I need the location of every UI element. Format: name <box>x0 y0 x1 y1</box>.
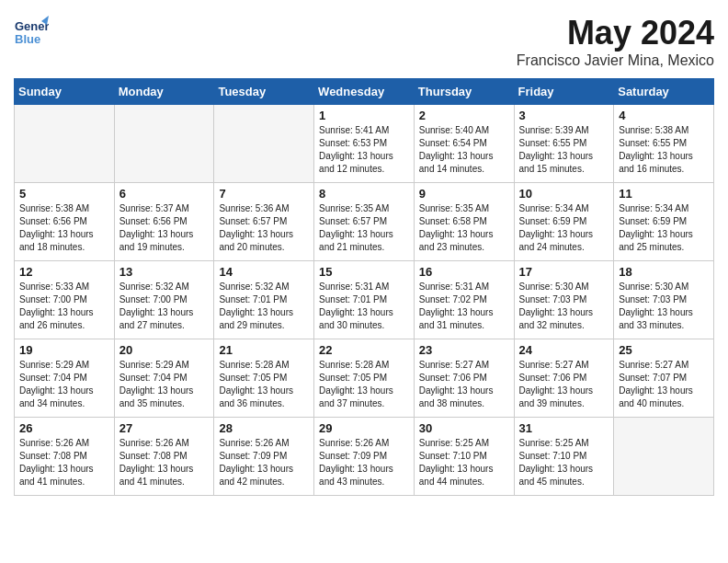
day-number: 15 <box>319 265 409 279</box>
calendar-cell: 4Sunrise: 5:38 AM Sunset: 6:55 PM Daylig… <box>614 105 714 183</box>
cell-info: Sunrise: 5:34 AM Sunset: 6:59 PM Dayligh… <box>519 202 609 254</box>
cell-info: Sunrise: 5:31 AM Sunset: 7:02 PM Dayligh… <box>419 281 509 332</box>
cell-info: Sunrise: 5:33 AM Sunset: 7:00 PM Dayligh… <box>19 281 109 332</box>
calendar-cell: 10Sunrise: 5:34 AM Sunset: 6:59 PM Dayli… <box>514 183 614 261</box>
day-number: 8 <box>319 187 409 201</box>
calendar-cell: 30Sunrise: 5:25 AM Sunset: 7:10 PM Dayli… <box>414 418 514 496</box>
day-number: 11 <box>619 187 709 201</box>
day-number: 3 <box>519 109 609 122</box>
cell-info: Sunrise: 5:26 AM Sunset: 7:09 PM Dayligh… <box>319 437 409 488</box>
calendar-week-row: 26Sunrise: 5:26 AM Sunset: 7:08 PM Dayli… <box>15 418 714 496</box>
day-header-friday: Friday <box>514 79 614 105</box>
svg-text:Blue: Blue <box>15 32 40 46</box>
calendar-cell: 16Sunrise: 5:31 AM Sunset: 7:02 PM Dayli… <box>414 261 514 339</box>
day-number: 1 <box>319 109 409 122</box>
day-number: 7 <box>219 187 309 201</box>
day-number: 13 <box>119 265 210 279</box>
day-number: 23 <box>419 343 509 357</box>
calendar-header-row: SundayMondayTuesdayWednesdayThursdayFrid… <box>15 79 714 105</box>
day-number: 6 <box>119 187 210 201</box>
day-number: 9 <box>419 187 509 201</box>
calendar-cell: 19Sunrise: 5:29 AM Sunset: 7:04 PM Dayli… <box>15 339 115 418</box>
day-header-sunday: Sunday <box>15 79 115 105</box>
calendar-cell <box>114 105 214 183</box>
calendar-cell: 26Sunrise: 5:26 AM Sunset: 7:08 PM Dayli… <box>15 418 115 496</box>
cell-info: Sunrise: 5:26 AM Sunset: 7:08 PM Dayligh… <box>19 437 109 488</box>
calendar-cell: 12Sunrise: 5:33 AM Sunset: 7:00 PM Dayli… <box>15 261 115 339</box>
calendar-cell: 27Sunrise: 5:26 AM Sunset: 7:08 PM Dayli… <box>114 418 214 496</box>
calendar-cell: 1Sunrise: 5:41 AM Sunset: 6:53 PM Daylig… <box>314 105 415 183</box>
calendar-cell: 25Sunrise: 5:27 AM Sunset: 7:07 PM Dayli… <box>614 339 714 418</box>
calendar-week-row: 19Sunrise: 5:29 AM Sunset: 7:04 PM Dayli… <box>15 339 714 418</box>
cell-info: Sunrise: 5:30 AM Sunset: 7:03 PM Dayligh… <box>519 281 609 332</box>
day-number: 20 <box>119 343 210 357</box>
day-number: 19 <box>19 343 109 357</box>
cell-info: Sunrise: 5:29 AM Sunset: 7:04 PM Dayligh… <box>19 359 109 410</box>
day-header-wednesday: Wednesday <box>314 79 415 105</box>
day-header-thursday: Thursday <box>414 79 514 105</box>
calendar-cell: 14Sunrise: 5:32 AM Sunset: 7:01 PM Dayli… <box>214 261 314 339</box>
calendar-cell: 17Sunrise: 5:30 AM Sunset: 7:03 PM Dayli… <box>514 261 614 339</box>
calendar-cell: 15Sunrise: 5:31 AM Sunset: 7:01 PM Dayli… <box>314 261 415 339</box>
header: General Blue May 2024 Francisco Javier M… <box>14 14 714 69</box>
calendar-cell: 2Sunrise: 5:40 AM Sunset: 6:54 PM Daylig… <box>414 105 514 183</box>
cell-info: Sunrise: 5:25 AM Sunset: 7:10 PM Dayligh… <box>419 437 509 488</box>
day-number: 29 <box>319 421 409 435</box>
day-number: 12 <box>19 265 109 279</box>
cell-info: Sunrise: 5:34 AM Sunset: 6:59 PM Dayligh… <box>619 202 709 254</box>
day-number: 17 <box>519 265 609 279</box>
title-area: May 2024 Francisco Javier Mina, Mexico <box>517 14 714 69</box>
calendar-week-row: 5Sunrise: 5:38 AM Sunset: 6:56 PM Daylig… <box>15 183 714 261</box>
cell-info: Sunrise: 5:32 AM Sunset: 7:00 PM Dayligh… <box>119 281 210 332</box>
calendar-cell: 28Sunrise: 5:26 AM Sunset: 7:09 PM Dayli… <box>214 418 314 496</box>
day-number: 10 <box>519 187 609 201</box>
calendar-cell <box>614 418 714 496</box>
cell-info: Sunrise: 5:26 AM Sunset: 7:09 PM Dayligh… <box>219 437 309 488</box>
cell-info: Sunrise: 5:27 AM Sunset: 7:06 PM Dayligh… <box>519 359 609 410</box>
calendar-week-row: 1Sunrise: 5:41 AM Sunset: 6:53 PM Daylig… <box>15 105 714 183</box>
calendar-cell <box>214 105 314 183</box>
calendar-cell: 23Sunrise: 5:27 AM Sunset: 7:06 PM Dayli… <box>414 339 514 418</box>
calendar-cell: 9Sunrise: 5:35 AM Sunset: 6:58 PM Daylig… <box>414 183 514 261</box>
day-number: 4 <box>619 109 709 122</box>
cell-info: Sunrise: 5:27 AM Sunset: 7:06 PM Dayligh… <box>419 359 509 410</box>
cell-info: Sunrise: 5:35 AM Sunset: 6:57 PM Dayligh… <box>319 202 409 254</box>
cell-info: Sunrise: 5:38 AM Sunset: 6:56 PM Dayligh… <box>19 202 109 254</box>
calendar-cell: 20Sunrise: 5:29 AM Sunset: 7:04 PM Dayli… <box>114 339 214 418</box>
calendar-cell: 31Sunrise: 5:25 AM Sunset: 7:10 PM Dayli… <box>514 418 614 496</box>
day-number: 5 <box>19 187 109 201</box>
cell-info: Sunrise: 5:30 AM Sunset: 7:03 PM Dayligh… <box>619 281 709 332</box>
calendar-cell: 21Sunrise: 5:28 AM Sunset: 7:05 PM Dayli… <box>214 339 314 418</box>
calendar-cell: 11Sunrise: 5:34 AM Sunset: 6:59 PM Dayli… <box>614 183 714 261</box>
day-number: 21 <box>219 343 309 357</box>
cell-info: Sunrise: 5:35 AM Sunset: 6:58 PM Dayligh… <box>419 202 509 254</box>
calendar-cell <box>15 105 115 183</box>
subtitle: Francisco Javier Mina, Mexico <box>517 52 714 69</box>
cell-info: Sunrise: 5:29 AM Sunset: 7:04 PM Dayligh… <box>119 359 210 410</box>
calendar-cell: 29Sunrise: 5:26 AM Sunset: 7:09 PM Dayli… <box>314 418 415 496</box>
day-header-saturday: Saturday <box>614 79 714 105</box>
day-number: 27 <box>119 421 210 435</box>
day-number: 14 <box>219 265 309 279</box>
day-number: 28 <box>219 421 309 435</box>
cell-info: Sunrise: 5:28 AM Sunset: 7:05 PM Dayligh… <box>319 359 409 410</box>
day-number: 2 <box>419 109 509 122</box>
day-number: 18 <box>619 265 709 279</box>
cell-info: Sunrise: 5:40 AM Sunset: 6:54 PM Dayligh… <box>419 124 509 176</box>
cell-info: Sunrise: 5:41 AM Sunset: 6:53 PM Dayligh… <box>319 124 409 176</box>
logo-icon: General Blue <box>14 14 49 49</box>
cell-info: Sunrise: 5:27 AM Sunset: 7:07 PM Dayligh… <box>619 359 709 410</box>
cell-info: Sunrise: 5:31 AM Sunset: 7:01 PM Dayligh… <box>319 281 409 332</box>
calendar-cell: 7Sunrise: 5:36 AM Sunset: 6:57 PM Daylig… <box>214 183 314 261</box>
day-header-tuesday: Tuesday <box>214 79 314 105</box>
calendar-cell: 24Sunrise: 5:27 AM Sunset: 7:06 PM Dayli… <box>514 339 614 418</box>
logo: General Blue <box>14 14 49 49</box>
calendar-cell: 18Sunrise: 5:30 AM Sunset: 7:03 PM Dayli… <box>614 261 714 339</box>
calendar-cell: 22Sunrise: 5:28 AM Sunset: 7:05 PM Dayli… <box>314 339 415 418</box>
cell-info: Sunrise: 5:36 AM Sunset: 6:57 PM Dayligh… <box>219 202 309 254</box>
day-number: 24 <box>519 343 609 357</box>
day-number: 16 <box>419 265 509 279</box>
main-title: May 2024 <box>517 14 714 52</box>
cell-info: Sunrise: 5:37 AM Sunset: 6:56 PM Dayligh… <box>119 202 210 254</box>
calendar-cell: 13Sunrise: 5:32 AM Sunset: 7:00 PM Dayli… <box>114 261 214 339</box>
